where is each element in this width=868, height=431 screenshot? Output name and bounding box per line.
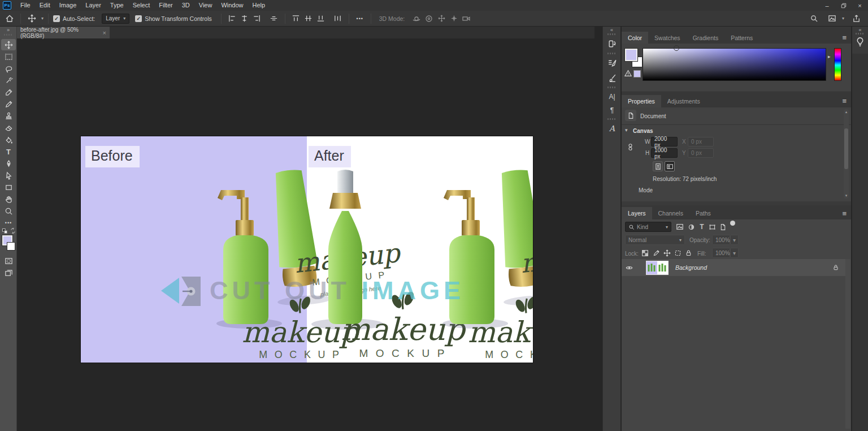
height-input[interactable]: 1000 px	[651, 148, 678, 158]
lasso-tool[interactable]	[1, 63, 16, 74]
quick-mask-button[interactable]	[1, 255, 16, 266]
type-tool[interactable]: T	[1, 146, 16, 157]
brushes-panel-button[interactable]	[605, 71, 619, 85]
fill-value-box[interactable]: 100%	[712, 248, 730, 258]
align-middle-button[interactable]	[268, 13, 280, 24]
distribute-top-button[interactable]	[290, 13, 302, 24]
color-picker-cursor[interactable]	[674, 45, 679, 51]
align-right-button[interactable]	[251, 13, 263, 24]
filter-adjustment-layers-button[interactable]	[686, 222, 696, 232]
tab-channels[interactable]: Channels	[652, 207, 689, 219]
lock-artboard-button[interactable]	[672, 248, 683, 258]
marquee-tool[interactable]	[1, 51, 16, 62]
paragraph-panel-button[interactable]: ¶	[605, 104, 619, 117]
layer-filter-toggle[interactable]	[730, 221, 735, 226]
brush-settings-panel-button[interactable]	[605, 56, 619, 70]
tab-color[interactable]: Color	[622, 32, 648, 44]
canvas-artboard[interactable]: Before After CUT OUT IMAGE	[81, 136, 533, 363]
panel-menu-icon[interactable]: ≡	[842, 209, 847, 218]
panel-menu-icon[interactable]: ≡	[842, 33, 847, 42]
menu-image[interactable]: Image	[55, 0, 81, 11]
fill-chevron[interactable]: ▾	[730, 248, 739, 258]
glyphs-panel-button[interactable]: A	[605, 122, 619, 135]
show-transform-checkbox[interactable]: ✓	[135, 15, 142, 22]
menu-layer[interactable]: Layer	[81, 0, 106, 11]
panel-menu-icon[interactable]: ≡	[842, 97, 847, 105]
lock-transparency-button[interactable]	[640, 248, 650, 258]
path-selection-tool[interactable]	[1, 170, 16, 181]
panel-grip[interactable]	[607, 53, 617, 54]
menu-window[interactable]: Window	[216, 0, 248, 11]
filter-image-layers-button[interactable]	[675, 222, 685, 232]
orientation-portrait-button[interactable]	[653, 161, 663, 171]
3d-camera-button[interactable]	[460, 13, 472, 24]
menu-file[interactable]: File	[16, 0, 35, 11]
home-button[interactable]	[3, 13, 16, 24]
layer-filter-search[interactable]: Kind ▾	[625, 222, 671, 232]
background-color-swatch[interactable]	[7, 242, 15, 251]
hand-tool[interactable]	[1, 193, 16, 205]
distribute-bottom-button[interactable]	[315, 13, 327, 24]
close-window-button[interactable]: ×	[852, 0, 868, 11]
edit-toolbar-button[interactable]: •••	[1, 217, 16, 229]
move-tool-preset-icon[interactable]	[25, 13, 38, 24]
search-button[interactable]	[808, 13, 821, 24]
3d-slide-button[interactable]	[448, 13, 460, 24]
eyedropper-tool[interactable]	[1, 87, 16, 98]
tab-paths[interactable]: Paths	[689, 207, 717, 219]
panel-grip[interactable]	[607, 87, 617, 88]
move-tool[interactable]	[1, 39, 16, 50]
rectangle-tool[interactable]	[1, 182, 16, 193]
share-button[interactable]	[850, 13, 862, 24]
panel-grip[interactable]	[607, 118, 617, 120]
panel-grip[interactable]	[607, 33, 617, 35]
eraser-tool[interactable]	[1, 122, 16, 133]
align-left-button[interactable]	[226, 13, 238, 24]
collapse-tools-icon[interactable]: »	[0, 27, 16, 33]
swap-colors-icon[interactable]	[10, 227, 16, 234]
scroll-down-icon[interactable]: ▾	[844, 193, 849, 198]
properties-scrollbar[interactable]: ▴ ▾	[844, 109, 849, 199]
filter-smart-object-button[interactable]	[718, 222, 728, 232]
distribute-middle-button[interactable]	[302, 13, 315, 24]
magic-wand-tool[interactable]	[1, 75, 16, 86]
menu-edit[interactable]: Edit	[35, 0, 55, 11]
brush-tool[interactable]	[1, 98, 16, 110]
lock-all-button[interactable]	[683, 248, 693, 258]
default-colors-icon[interactable]	[2, 228, 8, 234]
opacity-chevron[interactable]: ▾	[730, 235, 739, 245]
gamut-warning-icon[interactable]	[624, 70, 632, 77]
scroll-up-icon[interactable]: ▴	[844, 110, 849, 114]
auto-select-checkbox[interactable]: ✓	[53, 15, 60, 22]
layer-visibility-eye-icon[interactable]	[625, 264, 633, 271]
tab-gradients[interactable]: Gradients	[687, 32, 725, 44]
expand-dock-icon[interactable]: «	[603, 27, 620, 33]
document-tab[interactable]: before-after.jpg @ 50% (RGB/8#) ×	[17, 27, 110, 38]
panel-grip[interactable]	[4, 34, 13, 36]
restore-button[interactable]	[835, 0, 852, 11]
orientation-landscape-button[interactable]	[665, 161, 675, 171]
layers-scrollbar[interactable]	[845, 259, 850, 429]
hue-slider[interactable]	[834, 48, 841, 81]
menu-help[interactable]: Help	[248, 0, 270, 11]
tab-swatches[interactable]: Swatches	[648, 32, 687, 44]
auto-select-target-dropdown[interactable]: Layer ▾	[102, 14, 129, 24]
screen-mode-button[interactable]	[1, 268, 16, 279]
lock-pixels-button[interactable]	[651, 248, 661, 258]
discover-panel-button[interactable]	[853, 34, 867, 50]
align-center-button[interactable]	[238, 13, 251, 24]
filter-shape-layers-button[interactable]	[707, 222, 717, 232]
scrollbar-thumb[interactable]	[844, 128, 848, 169]
menu-3d[interactable]: 3D	[177, 0, 194, 11]
tab-patterns[interactable]: Patterns	[724, 32, 759, 44]
expand-strip-icon[interactable]: «	[852, 27, 868, 33]
lock-position-button[interactable]	[662, 248, 672, 258]
blend-mode-dropdown[interactable]: Normal ▾	[625, 235, 685, 245]
close-tab-icon[interactable]: ×	[103, 29, 106, 36]
filter-type-layers-button[interactable]: T	[697, 222, 707, 232]
3d-orbit-button[interactable]	[410, 13, 423, 24]
tab-properties[interactable]: Properties	[622, 95, 661, 107]
distribute-vertical-button[interactable]	[332, 13, 344, 24]
pen-tool[interactable]	[1, 158, 16, 169]
menu-select[interactable]: Select	[128, 0, 155, 11]
